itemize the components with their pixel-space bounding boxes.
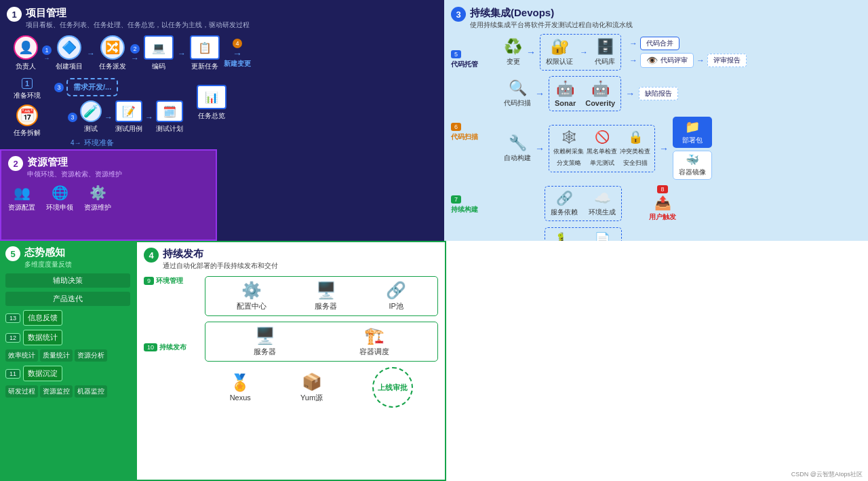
server2-label: 服务器 [254,347,276,357]
env-gen-label: 环境生成 [589,208,616,217]
code-merge-label: 代码合并 [646,39,673,47]
ci-arrow5: → [535,143,545,154]
section2-number: 2 [8,156,23,171]
sonar-label: Sonar [555,99,576,107]
coverity-node: 🤖 Coverity [585,80,615,107]
section2-subtitle: 申领环境、资源检索、资源维护 [27,170,122,179]
coverity-label: Coverity [585,99,615,107]
arrow1: → [87,49,95,58]
info-feedback-row: 13 信息反馈 [5,310,130,326]
arrow-to-report1: → [696,56,705,65]
ci-arrow6: → [659,143,669,154]
ci-main: ♻️ 变更 → 🔐 权限认证 → 🗄️ 代码库 [504,34,861,231]
step5-badge: 5 [451,50,461,58]
section4-subtitle: 通过自动化部署的手段持续发布和交付 [163,261,278,271]
nexus-node: 🏅 Nexus [230,373,251,402]
section3-number: 3 [451,7,466,22]
step8-badge: 8 [657,185,667,193]
step4-wrap: 4 → 新建变更 [224,39,251,69]
demand-box: 需求开发/... [66,78,118,96]
review-report-box: 评审报告 [707,54,747,67]
container-image-box: 🐳 容器镜像 [673,151,712,180]
ci-step5: 5 代码托管 [451,50,498,69]
resource-maintain-label: 资源维护 [84,203,111,212]
ip-pool-node: 🔗 IP池 [386,281,406,311]
deploy-pkg-icon: 📁 [685,119,700,134]
dev-process-item: 研发过程 [5,385,38,398]
section5-situational: 5 态势感知 多维度度量反馈 辅助决策 产品迭代 13 信息反馈 12 数据统计 [0,241,136,481]
section4-title: 持续发布 [163,248,278,260]
ci-steps-col: 5 代码托管 6 代码扫描 7 持续构建 [451,34,498,231]
product-iteration-item: 产品迭代 [5,292,130,306]
service-dep-icon: 🔗 [556,190,573,206]
sonar-coverity-group: 🤖 Sonar 🤖 Coverity [549,76,621,111]
service-dep-label: 服务依赖 [551,208,578,217]
data-sink-row: 11 数据沉淀 [5,366,130,381]
step11-badge: 11 [5,369,20,379]
section5-title: 态势感知 [24,246,72,258]
auto-build-icon: 🔧 [509,134,527,152]
user-trigger-label: 用户触发 [649,212,676,222]
test-plan-icon: 🗓️ [156,100,183,122]
env-mgmt-label: 环境管理 [156,276,183,286]
server-label: 服务器 [315,301,337,311]
section3-cicd: 3 持续集成(Devops) 使用持续集成平台将软件开发测试过程自动化和流水线 … [444,0,868,241]
auth-label: 权限认证 [546,57,573,66]
task-dispatch-icon: 🔀 [100,35,125,60]
step1-arrow: 1 → [42,45,52,62]
code-review-row: → 👁️ 代码评审 → 评审报告 [629,53,747,68]
arrow-to-review: → [629,56,637,65]
efficiency-item: 效率统计 [5,349,38,362]
test-report-node: 📄 测试报告 [589,231,616,241]
func-test-icon: 🐛 [556,231,573,241]
task-dispatch-label: 任务派发 [99,62,126,71]
review-report-label: 评审报告 [713,56,741,64]
section5-title-wrap: 态势感知 多维度度量反馈 [24,246,72,269]
new-change-label: 新建变更 [224,59,251,69]
resource-monitor-item: 资源监控 [40,385,73,398]
code-scan-text: 代码扫描 [504,98,531,108]
prepare-env-badge: 1 [22,78,33,89]
ci-row1: ♻️ 变更 → 🔐 权限认证 → 🗄️ 代码库 [504,34,861,71]
ci-row4: 🔗 服务依赖 ☁️ 环境生成 8 📤 用户触发 [545,185,861,222]
section3-title: 持续集成(Devops) [470,7,633,19]
sonar-node: 🤖 Sonar [555,80,576,107]
step10-badge: 10 [144,343,157,351]
s4-left: 9 环境管理 10 持续发布 [144,276,198,408]
config-center-icon: ⚙️ [241,281,262,300]
step4-env: 4→ [71,139,81,147]
main-canvas: 1 项目管理 项目看板、任务列表、任务处理、任务总览，以任务为主线，驱动研发过程… [0,0,868,481]
code-review-label: 代码评审 [660,56,688,65]
yum-label: Yum源 [300,393,323,403]
update-task-label: 更新任务 [191,62,218,71]
step13-badge: 13 [5,313,20,323]
ci-content: 5 代码托管 6 代码扫描 7 持续构建 [451,34,861,231]
task-overview-icon: 📊 [197,85,226,109]
resource-maintain: ⚙️ 资源维护 [84,185,111,212]
service-env-group: 🔗 服务依赖 ☁️ 环境生成 [545,186,622,221]
code-repo-icon: 🗄️ [596,38,614,56]
responsible-label: 负责人 [16,62,36,71]
section3-header: 3 持续集成(Devops) 使用持续集成平台将软件开发测试过程自动化和流水线 [451,7,861,30]
code-hosting-label: 代码托管 [451,60,478,69]
node-test-cases: 📝 测试用例 [115,100,142,134]
deploy-right: 📁 部署包 🐳 容器镜像 [673,117,712,180]
blacklist-icon: 🚫 [587,130,617,145]
data-stats-item: 数据统计 [23,330,62,345]
resource-config-icon: 👥 [14,185,31,201]
ci-step6: 6 代码扫描 [451,123,498,142]
stats-row: 效率统计 质量统计 资源分析 [5,349,130,362]
code-scan-icon-node: 🔍 代码扫描 [504,79,531,108]
ci-arrow2: → [580,47,588,57]
config-center-node: ⚙️ 配置中心 [237,281,267,311]
arrow5: → [145,113,153,122]
node-responsible: 👤 负责人 [14,35,38,71]
step6-badge: 6 [451,123,461,131]
approval-circle[interactable]: 上线审批 [372,367,413,408]
service-dep-node: 🔗 服务依赖 [551,190,578,217]
step9-badge: 9 [144,277,154,285]
env-prep-label: 环境准备 [84,138,114,148]
section2-title: 资源管理 [27,156,122,168]
packages-row: 🏅 Nexus 📦 Yum源 上线审批 [205,367,438,408]
node-create-project: 🔷 创建项目 [56,35,83,71]
